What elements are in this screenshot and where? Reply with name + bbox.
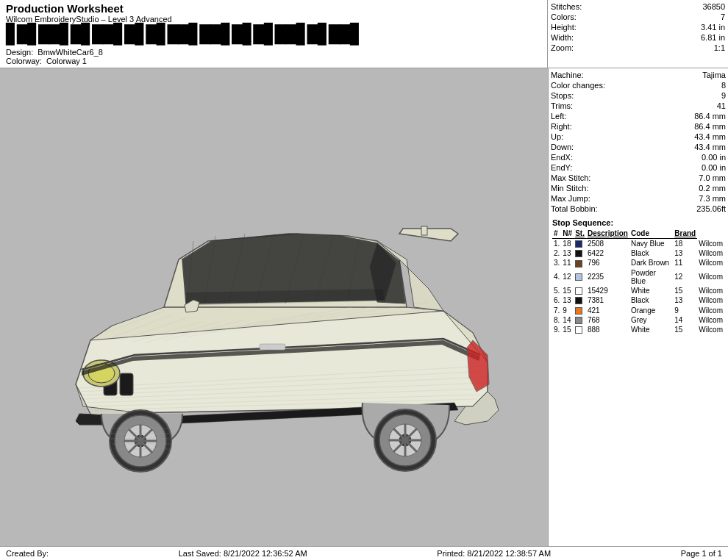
zoom-row: Zoom: 1:1 xyxy=(551,43,725,53)
seq-n: 14 xyxy=(561,315,574,325)
seq-desc: Navy Blue xyxy=(629,238,673,248)
design-value: BmwWhiteCar6_8 xyxy=(38,48,103,57)
design-label: Design: xyxy=(6,48,33,57)
stop-sequence-title: Stop Sequence: xyxy=(552,218,724,227)
seq-code: 12 xyxy=(673,268,697,286)
stat-value: 235.06ft xyxy=(696,204,726,213)
table-row: 4. 12 2235 Powder Blue 12 Wilcom xyxy=(552,268,724,286)
table-row: 6. 13 7381 Black 13 Wilcom xyxy=(552,295,724,305)
stat-label: Min Stitch: xyxy=(551,184,588,193)
seq-st: 768 xyxy=(586,315,629,325)
seq-swatch xyxy=(574,325,586,334)
stat-value: 86.4 mm xyxy=(694,112,726,121)
colorway-value: Colorway 1 xyxy=(46,57,87,65)
colorway-row: Colorway: Colorway 1 xyxy=(6,57,541,65)
seq-code: 13 xyxy=(673,295,697,305)
seq-n: 11 xyxy=(561,258,574,268)
machine-stats: Machine:TajimaColor changes:8Stops:9Trim… xyxy=(551,70,726,214)
seq-num: 1. xyxy=(552,238,561,248)
stat-label: EndX: xyxy=(551,153,573,162)
col-brand: Brand xyxy=(673,229,697,239)
stat-value: 0.00 in xyxy=(702,153,726,162)
seq-num: 7. xyxy=(552,305,561,315)
stat-value: 0.00 in xyxy=(702,163,726,172)
table-row: 3. 11 796 Dark Brown 11 Wilcom xyxy=(552,258,724,268)
printed-label: Printed: xyxy=(437,549,465,558)
seq-st: 796 xyxy=(586,258,629,268)
last-saved: Last Saved: 8/21/2022 12:36:52 AM xyxy=(179,549,307,558)
table-row: 9. 15 888 White 15 Wilcom xyxy=(552,325,724,334)
stat-label: EndY: xyxy=(551,163,572,172)
header-section: Production Worksheet Wilcom EmbroiderySt… xyxy=(0,0,728,68)
header-left: Production Worksheet Wilcom EmbroiderySt… xyxy=(0,0,548,68)
seq-code: 15 xyxy=(673,325,697,334)
seq-num: 9. xyxy=(552,325,561,334)
svg-rect-20 xyxy=(421,226,427,235)
table-row: 2. 13 6422 Black 13 Wilcom xyxy=(552,248,724,258)
printed-value: 8/21/2022 12:38:57 AM xyxy=(467,549,551,558)
stat-label: Color changes: xyxy=(551,81,605,90)
footer: Created By: Last Saved: 8/21/2022 12:36:… xyxy=(0,546,728,560)
stitches-row: Stitches: 36850 xyxy=(551,1,725,12)
seq-brand: Wilcom xyxy=(697,325,724,334)
machine-stat-row: Down:43.4 mm xyxy=(551,142,726,152)
stat-value: 9 xyxy=(721,91,726,100)
stat-label: Max Jump: xyxy=(551,194,590,203)
last-saved-label: Last Saved: xyxy=(179,549,221,558)
stat-value: 43.4 mm xyxy=(694,132,726,141)
seq-num: 5. xyxy=(552,286,561,295)
width-row: Width: 6.81 in xyxy=(551,32,725,43)
seq-swatch xyxy=(574,295,586,305)
seq-n: 15 xyxy=(561,325,574,334)
seq-swatch xyxy=(574,305,586,315)
page: Production Worksheet Wilcom EmbroiderySt… xyxy=(0,0,728,560)
col-st: St. xyxy=(574,229,586,239)
seq-n: 12 xyxy=(561,268,574,286)
stitches-label: Stitches: xyxy=(551,2,582,11)
seq-code: 18 xyxy=(673,238,697,248)
seq-n: 18 xyxy=(561,238,574,248)
printed: Printed: 8/21/2022 12:38:57 AM xyxy=(437,549,551,558)
seq-brand: Wilcom xyxy=(697,315,724,325)
seq-desc: White xyxy=(629,325,673,334)
stat-label: Stops: xyxy=(551,91,574,100)
machine-stat-row: Machine:Tajima xyxy=(551,70,726,80)
machine-stat-row: Trims:41 xyxy=(551,101,726,111)
col-desc: Description xyxy=(586,229,629,239)
seq-st: 6422 xyxy=(586,248,629,258)
stat-value: Tajima xyxy=(702,71,726,79)
seq-swatch xyxy=(574,258,586,268)
machine-stat-row: EndY:0.00 in xyxy=(551,162,726,173)
seq-num: 2. xyxy=(552,248,561,258)
seq-code: 9 xyxy=(673,305,697,315)
machine-stat-row: Total Bobbin:235.06ft xyxy=(551,204,726,214)
page-title: Production Worksheet xyxy=(6,2,541,15)
table-row: 7. 9 421 Orange 9 Wilcom xyxy=(552,305,724,315)
seq-brand: Wilcom xyxy=(697,295,724,305)
seq-brand: Wilcom xyxy=(697,238,724,248)
body-section: Machine:TajimaColor changes:8Stops:9Trim… xyxy=(0,68,728,546)
machine-stat-row: Right:86.4 mm xyxy=(551,121,726,132)
stat-value: 8 xyxy=(721,81,726,90)
seq-n: 13 xyxy=(561,295,574,305)
stat-label: Down: xyxy=(551,143,574,151)
seq-code: 14 xyxy=(673,315,697,325)
machine-stat-row: Max Jump:7.3 mm xyxy=(551,193,726,204)
stat-label: Up: xyxy=(551,132,563,141)
table-row: 1. 18 2508 Navy Blue 18 Wilcom xyxy=(552,238,724,248)
right-panel: Machine:TajimaColor changes:8Stops:9Trim… xyxy=(548,68,728,546)
stat-label: Trims: xyxy=(551,101,573,110)
machine-stat-row: Left:86.4 mm xyxy=(551,111,726,121)
col-code: Code xyxy=(629,229,673,239)
seq-num: 8. xyxy=(552,315,561,325)
height-value: 3.41 in xyxy=(701,23,725,32)
stat-label: Right: xyxy=(551,122,572,131)
seq-brand: Wilcom xyxy=(697,248,724,258)
width-value: 6.81 in xyxy=(701,33,725,42)
seq-swatch xyxy=(574,238,586,248)
seq-desc: Grey xyxy=(629,315,673,325)
seq-st: 15429 xyxy=(586,286,629,295)
stitches-value: 36850 xyxy=(702,2,725,11)
stat-value: 86.4 mm xyxy=(694,122,726,131)
machine-stat-row: Min Stitch:0.2 mm xyxy=(551,183,726,193)
